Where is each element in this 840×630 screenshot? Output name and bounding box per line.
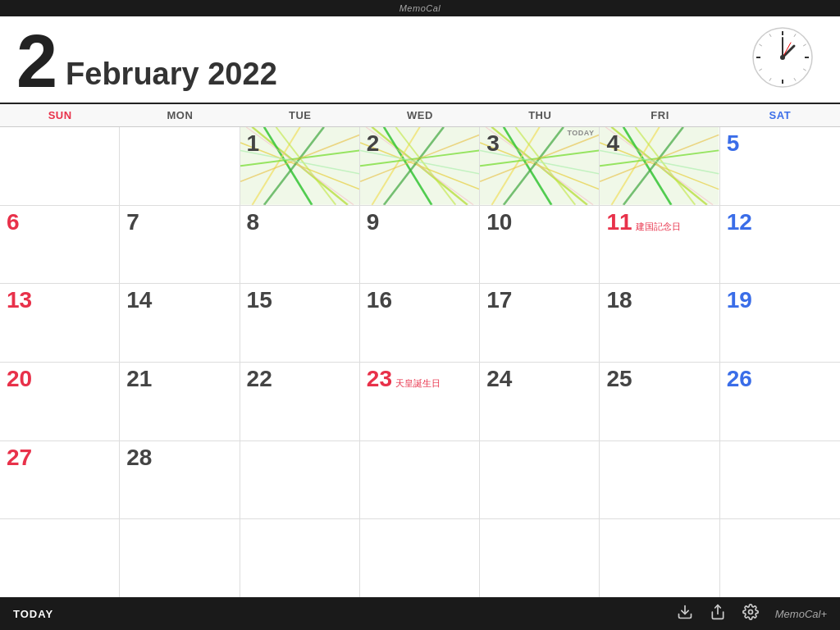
- download-icon[interactable]: [677, 604, 693, 624]
- day-cell-12[interactable]: 12: [720, 206, 840, 284]
- day-cell-24[interactable]: 24: [480, 363, 600, 441]
- day-number: 2: [367, 131, 380, 157]
- day-cell-empty[interactable]: [720, 441, 840, 519]
- day-cell-empty[interactable]: [720, 519, 840, 597]
- svg-point-63: [748, 609, 752, 614]
- day-cell-6[interactable]: 6: [0, 206, 120, 284]
- day-number: 4: [606, 131, 619, 157]
- holiday-name: 建国記念日: [636, 221, 681, 233]
- day-cell-1[interactable]: 1: [240, 127, 360, 205]
- share-icon[interactable]: [710, 604, 726, 624]
- day-cell-empty[interactable]: [360, 441, 480, 519]
- month-title: February 2022: [66, 57, 277, 98]
- day-cell-empty[interactable]: [600, 519, 719, 597]
- day-number: 15: [247, 287, 272, 313]
- day-cell-13[interactable]: 13: [0, 284, 120, 362]
- bottom-icons: MemoCal+: [677, 604, 827, 624]
- day-cell-7[interactable]: 7: [120, 206, 240, 284]
- bottom-bar: TODAY MemoCal+: [0, 597, 840, 630]
- day-cell-empty[interactable]: [360, 519, 480, 597]
- day-number: 11: [606, 210, 632, 235]
- day-number: 26: [727, 366, 752, 391]
- month-number: 2: [16, 25, 57, 98]
- day-number: 22: [247, 366, 272, 391]
- day-cell-21[interactable]: 21: [120, 363, 240, 441]
- day-cell-14[interactable]: 14: [120, 284, 240, 362]
- day-cell-empty[interactable]: [240, 441, 360, 519]
- day-headers: SUN MON TUE WED THU FRI SAT: [0, 104, 840, 127]
- day-cell-19[interactable]: 19: [720, 284, 840, 362]
- day-cell-11[interactable]: 11 建国記念日: [600, 206, 719, 284]
- settings-icon[interactable]: [742, 604, 759, 624]
- day-cell-empty[interactable]: [120, 519, 240, 597]
- day-number: 19: [727, 287, 752, 313]
- day-cell-empty[interactable]: [480, 519, 600, 597]
- weeks: 1: [0, 127, 840, 597]
- day-cell-23[interactable]: 23 天皇誕生日: [360, 363, 480, 441]
- holiday-name: 天皇誕生日: [395, 377, 441, 390]
- day-number: 1: [247, 131, 260, 157]
- day-number: 12: [727, 209, 752, 235]
- day-cell-25[interactable]: 25: [600, 363, 719, 441]
- day-header-mon: MON: [120, 104, 240, 126]
- day-number: 28: [126, 445, 152, 470]
- week-row-4: 20 21 22 23 天皇誕生日 24 25 26: [0, 363, 840, 441]
- day-cell-9[interactable]: 9: [360, 206, 480, 284]
- day-cell-28[interactable]: 28: [120, 441, 240, 519]
- day-number: 25: [606, 366, 632, 391]
- day-cell-26[interactable]: 26: [720, 363, 840, 441]
- day-header-wed: WED: [360, 104, 480, 126]
- day-cell-2[interactable]: 2: [360, 127, 480, 205]
- app-title: MemoCal: [399, 3, 441, 13]
- calendar: SUN MON TUE WED THU FRI SAT: [0, 103, 840, 597]
- day-cell-empty[interactable]: [0, 519, 120, 597]
- day-number: 9: [367, 209, 380, 235]
- day-cell-10[interactable]: 10: [480, 206, 600, 284]
- day-header-fri: FRI: [600, 104, 719, 126]
- week-row-6: [0, 519, 840, 597]
- day-cell-4[interactable]: 4: [600, 127, 719, 205]
- day-cell-20[interactable]: 20: [0, 363, 120, 441]
- day-number: 16: [367, 287, 392, 313]
- week-row-3: 13 14 15 16 17 18 19: [0, 284, 840, 363]
- day-number: 10: [486, 209, 512, 235]
- day-header-tue: TUE: [240, 104, 360, 126]
- header: 2 February 2022: [0, 16, 840, 103]
- app-name-bottom: MemoCal+: [775, 608, 827, 620]
- day-number: 13: [7, 287, 32, 313]
- day-cell-empty[interactable]: [240, 519, 360, 597]
- svg-point-16: [780, 55, 785, 60]
- day-header-sun: SUN: [0, 104, 120, 126]
- day-cell-3-today[interactable]: TODAY 3: [480, 127, 600, 205]
- today-button[interactable]: TODAY: [13, 608, 53, 620]
- day-number: 8: [247, 209, 260, 235]
- day-number: 7: [126, 209, 139, 235]
- day-cell-empty[interactable]: [120, 127, 240, 205]
- day-number: 20: [7, 366, 32, 391]
- day-header-thu: THU: [480, 104, 600, 126]
- clock-svg: [750, 25, 815, 90]
- day-cell-27[interactable]: 27: [0, 441, 120, 519]
- day-cell-18[interactable]: 18: [600, 284, 719, 362]
- day-cell-8[interactable]: 8: [240, 206, 360, 284]
- day-cell-empty[interactable]: [0, 127, 120, 205]
- week-row-1: 1: [0, 127, 840, 206]
- week-row-2: 6 7 8 9 10 11 建国記念日 12: [0, 206, 840, 285]
- day-cell-17[interactable]: 17: [480, 284, 600, 362]
- day-number: 18: [606, 287, 632, 313]
- day-cell-empty[interactable]: [600, 441, 719, 519]
- week-row-5: 27 28: [0, 441, 840, 520]
- day-cell-16[interactable]: 16: [360, 284, 480, 362]
- day-number: 27: [7, 445, 32, 470]
- day-number: 17: [486, 287, 512, 313]
- day-number: 24: [486, 366, 512, 391]
- day-number: 6: [7, 209, 20, 235]
- day-cell-5[interactable]: 5: [720, 127, 840, 205]
- day-number: 23: [367, 367, 392, 392]
- clock: [750, 25, 815, 90]
- day-number: 21: [126, 366, 152, 391]
- day-cell-22[interactable]: 22: [240, 363, 360, 441]
- day-header-sat: SAT: [720, 104, 840, 126]
- day-cell-empty[interactable]: [480, 441, 600, 519]
- day-cell-15[interactable]: 15: [240, 284, 360, 362]
